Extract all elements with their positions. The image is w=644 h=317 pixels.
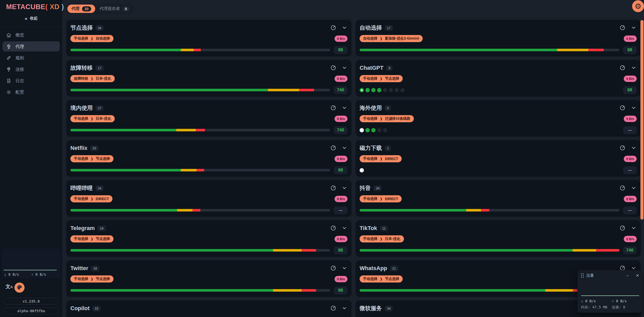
chevron-down-icon [631, 188, 637, 192]
speed-badge: 0 B/s [335, 196, 347, 202]
expand-collapse-button[interactable] [341, 65, 347, 71]
expand-collapse-button[interactable] [631, 145, 637, 151]
latency-test-button[interactable] [330, 225, 336, 232]
expand-collapse-button[interactable] [341, 25, 347, 31]
latency-test-button[interactable] [330, 305, 336, 312]
selection-target: 过滤掉10条线路 [385, 116, 410, 121]
latency-test-button[interactable] [619, 185, 626, 191]
latency-value-badge: 740 [334, 86, 347, 94]
proxy-group-card: TikTok 11 手动选择 ❯ 日本-优化 0 B/s 740 [356, 220, 641, 257]
latency-distribution-bar [70, 249, 330, 252]
selection-breadcrumb-badge: 手动选择 ❯ 节点选择 [70, 275, 113, 283]
tab-label: 代理 [71, 6, 80, 11]
sidebar-collapse-button[interactable]: « 收起 [0, 15, 62, 22]
latency-test-button[interactable] [619, 225, 626, 232]
latency-test-button[interactable] [330, 25, 336, 31]
chevron-right-icon: ❯ [91, 277, 93, 281]
latency-test-button[interactable] [619, 105, 626, 111]
tab-proxy-providers[interactable]: 代理提供者 0 [96, 5, 134, 13]
expand-collapse-button[interactable] [341, 265, 347, 272]
speedometer-icon [330, 108, 336, 112]
chevron-down-icon [631, 108, 637, 112]
theme-button[interactable] [14, 283, 25, 293]
sidebar-item-logs[interactable]: 日志 [3, 76, 60, 86]
selection-target: 日本-优化 [96, 76, 111, 81]
logs-icon [6, 78, 11, 83]
speed-badge: 0 B/s [624, 236, 637, 242]
latency-test-button[interactable] [330, 105, 336, 111]
speed-badge: 0 B/s [335, 156, 347, 162]
latency-test-button[interactable] [330, 265, 336, 272]
sidebar-item-proxies[interactable]: 代理 [3, 41, 60, 51]
expand-collapse-button[interactable] [631, 25, 637, 31]
proxy-group-card: 故障转移 17 故障转移 ❯ 日本-优化 0 B/s 740 [66, 60, 352, 97]
speed-badge: 0 B/s [624, 36, 637, 42]
latency-dots [360, 88, 619, 92]
speed-badge: 0 B/s [624, 76, 637, 82]
chevron-right-icon: ❯ [91, 77, 93, 80]
selection-source: 手动选择 [363, 76, 377, 81]
latency-distribution-bar [70, 129, 330, 131]
latency-test-button[interactable] [619, 65, 626, 71]
bar-green-segment [70, 89, 268, 91]
palette-icon [16, 284, 23, 291]
selection-target: 自动选择 [96, 36, 110, 41]
sidebar: METACUBE( XD ) « 收起 概览 代理 规则 连接 日志 配置 ↓ … [0, 0, 62, 317]
expand-collapse-button[interactable] [631, 185, 637, 191]
sidebar-item-home[interactable]: 概览 [3, 30, 60, 40]
expand-collapse-button[interactable] [341, 305, 347, 312]
expand-collapse-button[interactable] [341, 145, 347, 151]
latency-test-button[interactable] [330, 185, 336, 191]
settings-button[interactable]: ⚙ [632, 0, 644, 12]
scrollbar-thumb[interactable] [640, 20, 643, 220]
upload-speed: ↑ 0 B/s [31, 272, 58, 276]
latency-test-button[interactable] [330, 65, 336, 71]
latency-dot-off [377, 128, 381, 132]
proxy-count-badge: 1 [385, 145, 391, 151]
bar-yellow-segment [545, 289, 573, 292]
speedometer-icon [330, 228, 336, 232]
latency-test-button[interactable] [619, 25, 626, 31]
panel-upload-speed: ↑ 0 B/s [612, 298, 640, 304]
up-arrow-icon: ↑ [31, 272, 33, 276]
close-button[interactable]: ✕ [636, 274, 639, 278]
speedometer-icon [619, 68, 626, 72]
language-button[interactable]: 文A [4, 283, 14, 290]
expand-collapse-button[interactable] [631, 65, 637, 71]
latency-test-button[interactable] [330, 145, 336, 151]
expand-collapse-button[interactable] [631, 105, 637, 111]
proxy-grid: 节点选择 38 手动选择 ❯ 自动选择 0 B/s 88 [66, 20, 641, 317]
speedometer-icon [330, 188, 336, 192]
expand-collapse-button[interactable] [341, 185, 347, 191]
selection-breadcrumb-badge: 手动选择 ❯ 过滤掉10条线路 [360, 115, 414, 122]
expand-collapse-button[interactable] [631, 225, 637, 232]
expand-collapse-button[interactable] [341, 105, 347, 111]
proxy-group-name: WhatsApp [360, 265, 387, 272]
chevron-right-icon: ❯ [91, 157, 93, 161]
selection-breadcrumb-badge: 手动选择 ❯ DIRECT [360, 155, 402, 162]
selection-breadcrumb-badge: 手动选择 ❯ 节点选择 [70, 235, 113, 242]
speedometer-icon [619, 188, 626, 192]
sidebar-item-rules[interactable]: 规则 [3, 53, 60, 63]
chevron-down-icon [341, 108, 347, 112]
down-arrow-icon: ↓ [4, 272, 6, 276]
sidebar-item-config[interactable]: 配置 [3, 87, 60, 97]
latency-test-button[interactable] [619, 145, 626, 151]
selection-source: 手动选择 [363, 277, 377, 281]
minimize-button[interactable]: – [627, 274, 629, 278]
proxy-count-badge: 33 [90, 145, 98, 151]
expand-collapse-button[interactable] [341, 225, 347, 232]
speed-badge: 0 B/s [335, 236, 347, 242]
proxy-count-badge: 5 [385, 105, 391, 111]
latency-distribution-bar [360, 249, 619, 252]
top-bar: 代理 20 代理提供者 0 ⚙ [62, 0, 644, 20]
home-icon [6, 32, 11, 38]
bar-red-segment [192, 209, 200, 212]
proxy-count-badge: 18 [97, 225, 106, 231]
drag-handle-icon[interactable] [581, 273, 584, 278]
tab-proxies[interactable]: 代理 20 [67, 5, 95, 13]
proxy-group-name: ChatGPT [360, 65, 383, 71]
proxy-group-card: 海外使用 5 手动选择 ❯ 过滤掉10条线路 0 B/s --- [356, 100, 641, 137]
proxy-group-name: 自动选择 [360, 24, 382, 32]
sidebar-item-connections[interactable]: 连接 [3, 64, 60, 74]
